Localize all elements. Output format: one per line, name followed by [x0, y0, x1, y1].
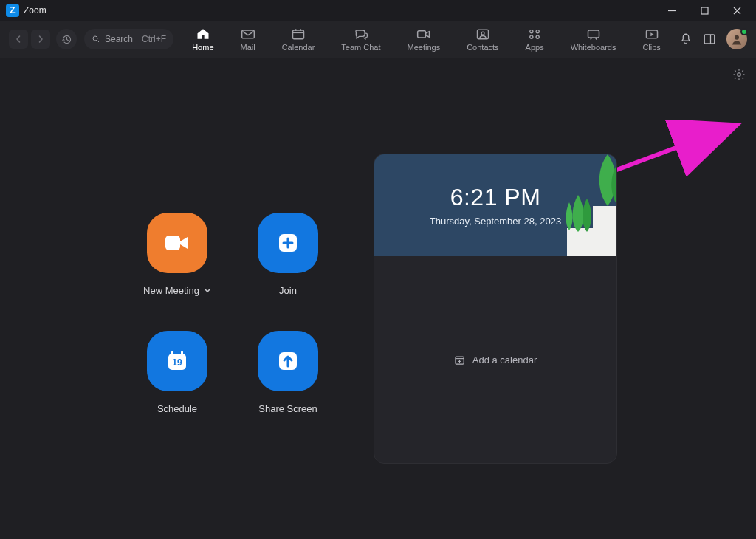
clock-date: Thursday, September 28, 2023	[430, 216, 561, 227]
tab-calendar[interactable]: Calendar	[279, 26, 318, 53]
add-calendar-label: Add a calendar	[472, 354, 537, 365]
tab-label: Team Chat	[341, 43, 380, 52]
chevron-down-icon	[204, 287, 211, 295]
tab-label: Calendar	[282, 43, 315, 52]
join-button[interactable]: Join	[236, 213, 340, 316]
search-icon	[92, 35, 100, 44]
nav-forward-button[interactable]	[31, 30, 50, 49]
svg-line-5	[97, 41, 100, 43]
zoom-logo-icon: Z	[6, 4, 19, 17]
main-tabs: Home Mail Calendar Team Chat Meetings Co…	[176, 21, 676, 58]
nav-back-button[interactable]	[9, 30, 28, 49]
svg-point-15	[536, 30, 539, 32]
maximize-button[interactable]	[688, 0, 721, 21]
svg-point-24	[735, 35, 739, 40]
bell-icon	[679, 32, 693, 46]
main-toolbar: Search Ctrl+F Home Mail Calendar Team Ch…	[0, 21, 756, 58]
tab-clips[interactable]: Clips	[639, 26, 663, 53]
add-calendar-button[interactable]: Add a calendar	[454, 354, 537, 365]
svg-rect-38	[567, 228, 595, 256]
tab-label: Contacts	[467, 43, 498, 52]
action-label: Share Screen	[258, 403, 317, 414]
action-label: New Meeting	[143, 285, 199, 296]
tab-mail[interactable]: Mail	[238, 26, 258, 53]
svg-rect-11	[417, 30, 425, 37]
svg-point-16	[530, 35, 533, 38]
status-indicator	[740, 28, 748, 35]
tab-label: Mail	[241, 43, 255, 52]
share-screen-button[interactable]: Share Screen	[236, 331, 340, 434]
calendar-tile-icon: 19	[164, 348, 190, 374]
clock-time: 6:21 PM	[450, 184, 541, 211]
schedule-button[interactable]: 19 Schedule	[126, 331, 229, 434]
panel-icon	[703, 32, 716, 46]
calendar-card: 6:21 PM Thursday, September 28, 2023 Add…	[374, 154, 617, 464]
tab-label: Clips	[642, 43, 660, 52]
tab-contacts[interactable]: Contacts	[464, 26, 501, 53]
clips-icon	[645, 27, 659, 41]
plus-icon	[275, 230, 300, 255]
calendar-plus-icon	[454, 354, 465, 365]
minimize-button[interactable]	[656, 0, 688, 21]
home-icon	[196, 27, 210, 41]
profile-avatar[interactable]	[726, 29, 747, 49]
svg-point-25	[738, 73, 741, 77]
tab-whiteboards[interactable]: Whiteboards	[568, 26, 619, 53]
apps-icon	[527, 27, 542, 41]
calendar-icon	[291, 27, 306, 41]
tab-label: Meetings	[408, 43, 441, 52]
action-label: Schedule	[157, 403, 197, 414]
gear-icon	[732, 68, 746, 81]
tab-label: Home	[192, 43, 213, 52]
plants-illustration	[556, 154, 616, 256]
tab-meetings[interactable]: Meetings	[405, 26, 444, 53]
home-actions: New Meeting Join 19 Schedule	[126, 213, 340, 434]
svg-point-17	[536, 35, 539, 38]
svg-point-13	[481, 32, 484, 35]
svg-rect-18	[588, 30, 599, 38]
notifications-button[interactable]	[679, 32, 693, 46]
svg-rect-34	[181, 351, 183, 356]
history-button[interactable]	[56, 29, 77, 49]
svg-rect-33	[171, 351, 173, 356]
content-area: New Meeting Join 19 Schedule	[0, 58, 756, 539]
close-button[interactable]	[721, 0, 753, 21]
video-camera-icon	[164, 233, 190, 253]
panel-toggle-button[interactable]	[703, 32, 716, 46]
new-meeting-button[interactable]: New Meeting	[126, 213, 229, 316]
svg-point-4	[93, 36, 97, 41]
svg-line-27	[607, 128, 729, 174]
titlebar: Z Zoom	[0, 0, 756, 21]
contacts-icon	[475, 27, 490, 41]
mail-icon	[241, 27, 255, 41]
search-placeholder: Search	[105, 34, 133, 44]
tab-home[interactable]: Home	[189, 26, 216, 53]
video-icon	[416, 27, 431, 41]
svg-rect-22	[704, 35, 715, 44]
settings-button[interactable]	[732, 68, 746, 81]
action-label: Join	[279, 285, 297, 296]
svg-rect-7	[292, 30, 303, 39]
svg-point-14	[530, 30, 533, 32]
svg-rect-6	[241, 30, 254, 38]
annotation-arrow	[602, 120, 743, 179]
calendar-hero: 6:21 PM Thursday, September 28, 2023	[374, 154, 616, 256]
whiteboard-icon	[586, 27, 601, 41]
svg-rect-1	[701, 7, 708, 14]
svg-text:19: 19	[172, 357, 182, 368]
tab-apps[interactable]: Apps	[523, 26, 547, 53]
tab-label: Whiteboards	[571, 43, 616, 52]
search-input[interactable]: Search Ctrl+F	[84, 29, 173, 49]
tab-team-chat[interactable]: Team Chat	[338, 26, 383, 53]
window-title: Zoom	[24, 5, 47, 16]
search-shortcut: Ctrl+F	[142, 34, 166, 44]
share-arrow-icon	[275, 349, 300, 374]
tab-label: Apps	[526, 43, 544, 52]
svg-rect-28	[165, 236, 180, 250]
svg-rect-37	[593, 206, 616, 256]
chat-icon	[354, 27, 368, 41]
